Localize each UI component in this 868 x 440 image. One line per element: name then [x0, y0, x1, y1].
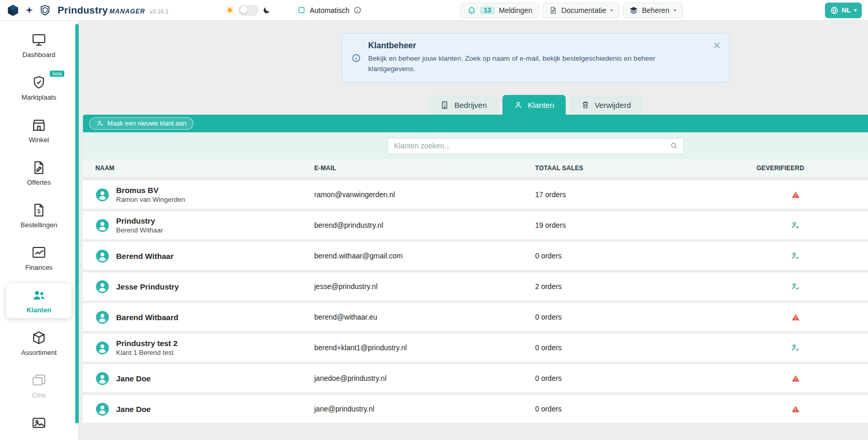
layers-icon	[629, 6, 638, 15]
theme-toggle[interactable]	[239, 5, 258, 16]
sidebar-item-label: Cms	[32, 391, 46, 399]
sidebar-item-media[interactable]	[6, 411, 72, 435]
person-add-icon	[96, 120, 104, 127]
customer-email: berend+klant1@prindustry.nl	[314, 343, 535, 352]
caret-down-icon: ▾	[674, 7, 676, 13]
info-banner: Klantbeheer Bekijk en beheer jouw klante…	[342, 33, 730, 82]
documentation-label: Documentatie	[562, 6, 606, 15]
create-client-button[interactable]: Maak een nieuwe klant aan	[89, 117, 193, 130]
customer-email: ramon@vanwingerden.nl	[314, 190, 535, 199]
brand-version: v3.16.1	[150, 8, 169, 15]
table-row[interactable]: Prindustry Berend Withaar berend@prindus…	[83, 211, 868, 239]
column-header-totaal-sales: TOTAAL SALES	[535, 164, 757, 172]
sidebar-item-klanten[interactable]: Klanten	[6, 283, 72, 318]
bell-icon	[467, 6, 476, 15]
notifications-button[interactable]: 13 Meldingen	[460, 3, 539, 18]
sidebar-item-winkel[interactable]: Winkel	[6, 113, 72, 148]
sidebar-scrollbar[interactable]	[75, 24, 79, 423]
info-circle-icon	[352, 42, 361, 74]
customer-subname: Ramon van Wingerden	[116, 196, 185, 203]
theme-switcher	[226, 5, 271, 16]
trash-icon	[581, 101, 590, 109]
name-cell: Jane Doe	[95, 402, 314, 416]
search-input[interactable]	[393, 141, 666, 150]
sidebar-item-finances[interactable]: Finances	[6, 241, 72, 276]
auto-theme-checkbox-icon[interactable]	[298, 6, 305, 14]
customer-email: berend.withaar@gmail.com	[314, 252, 535, 260]
document-icon	[549, 6, 557, 15]
document-dollar-icon: $	[31, 202, 47, 218]
avatar	[95, 218, 109, 232]
sidebar-item-cms[interactable]: Cms	[6, 368, 72, 403]
manage-label: Beheren	[642, 6, 669, 15]
tab-label: Klanten	[528, 101, 554, 109]
customer-name: Jane Doe	[116, 405, 151, 414]
sidebar-item-offertes[interactable]: Offertes	[6, 156, 72, 190]
topbar-right: 13 Meldingen Documentatie ▾ Beheren ▾	[460, 3, 862, 18]
close-icon[interactable]: ✕	[713, 40, 721, 51]
avatar	[95, 341, 109, 355]
verified-person-icon	[762, 251, 829, 260]
name-cell: Prindustry test 2 Klant 1 Berend test	[95, 339, 314, 356]
sidebar-item-dashboard[interactable]: Dashboard	[6, 28, 72, 63]
customer-sales: 0 orders	[535, 374, 757, 382]
sidebar-item-label: Dashboard	[22, 51, 55, 59]
table-row[interactable]: Barend Witbaard berend@withaar.eu 0 orde…	[83, 303, 868, 331]
topbar-left: Prindustry MANAGER v3.16.1 Automatisch	[6, 4, 361, 17]
brand-suffix: MANAGER	[109, 8, 145, 15]
manage-button[interactable]: Beheren ▾	[623, 3, 683, 18]
customer-name: Prindustry test 2	[116, 339, 177, 348]
table-row[interactable]: Jesse Prindustry jesse@prindustry.nl 2 o…	[83, 272, 868, 300]
banner-text: Bekijk en beheer jouw klanten. Zoek op n…	[368, 53, 679, 74]
avatar	[95, 402, 109, 416]
sun-icon[interactable]	[226, 6, 234, 15]
sparkle-icon	[25, 6, 34, 15]
language-code: NL	[842, 6, 851, 14]
warning-icon	[762, 313, 829, 322]
tab-bedrijven[interactable]: Bedrijven	[429, 95, 498, 115]
customer-subname: Berend Withaar	[116, 226, 163, 234]
table-row[interactable]: Berend Withaar berend.withaar@gmail.com …	[83, 242, 868, 270]
sidebar-item-label: Offertes	[27, 178, 51, 186]
customer-name: Berend Withaar	[116, 252, 174, 260]
customer-name: Jesse Prindustry	[116, 282, 179, 291]
sidebar-item-label: Bestellingen	[21, 221, 58, 229]
info-icon[interactable]	[354, 6, 361, 14]
name-cell: Jane Doe	[95, 372, 314, 386]
create-client-label: Maak een nieuwe klant aan	[107, 120, 186, 127]
customer-name: Bromus BV	[116, 186, 185, 195]
banner-body: Klantbeheer Bekijk en beheer jouw klante…	[368, 41, 679, 74]
package-icon	[31, 330, 47, 346]
documentation-button[interactable]: Documentatie ▾	[542, 3, 620, 18]
sidebar-item-bestellingen[interactable]: $ Bestellingen	[6, 198, 72, 233]
image-icon	[31, 415, 47, 431]
language-selector[interactable]: NL ▾	[825, 3, 862, 18]
table-row[interactable]: Bromus BV Ramon van Wingerden ramon@vanw…	[83, 181, 868, 209]
customer-email: jane@prindustry.nl	[314, 405, 535, 413]
auto-theme-group: Automatisch	[298, 6, 361, 15]
banner-title: Klantbeheer	[368, 41, 679, 50]
table-row[interactable]: Jane Doe janedoe@prindustry.nl 0 orders	[83, 364, 868, 392]
verified-person-icon	[762, 221, 829, 230]
tab-verwijderd[interactable]: Verwijderd	[570, 95, 642, 115]
table-row[interactable]: Prindustry test 2 Klant 1 Berend test be…	[83, 334, 868, 362]
search-box	[387, 138, 684, 154]
name-cell: Barend Witbaard	[95, 310, 314, 324]
moon-icon[interactable]	[262, 6, 271, 15]
theme-toggle-knob	[240, 6, 247, 13]
storefront-icon	[31, 117, 47, 133]
main-content: Klantbeheer Bekijk en beheer jouw klante…	[83, 21, 868, 423]
table-toolbar: Maak een nieuwe klant aan	[83, 115, 868, 132]
monitor-icon	[31, 32, 47, 48]
customer-sales: 17 orders	[535, 190, 757, 199]
sidebar-item-label: Klanten	[26, 306, 51, 314]
table-row[interactable]: Jane Doe jane@prindustry.nl 0 orders	[83, 395, 868, 423]
page: Prindustry MANAGER v3.16.1 Automatisch	[0, 0, 868, 440]
customer-email: janedoe@prindustry.nl	[314, 374, 535, 382]
tab-klanten[interactable]: Klanten	[502, 95, 566, 115]
sidebar-item-marktplaats[interactable]: beta Marktplaats	[6, 71, 72, 105]
tab-bar: Bedrijven Klanten Verwijderd	[83, 95, 868, 115]
verified-person-icon	[762, 282, 829, 291]
sidebar-item-assortiment[interactable]: Assortiment	[6, 326, 72, 361]
chevron-down-icon: ▾	[854, 7, 857, 13]
